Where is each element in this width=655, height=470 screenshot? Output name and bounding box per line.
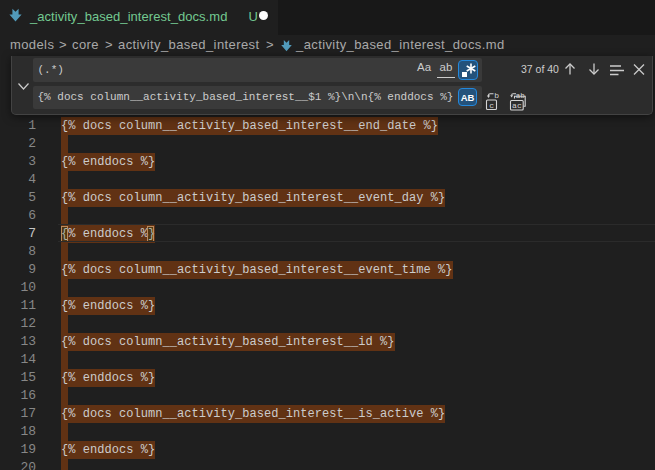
svg-text:c: c — [489, 101, 494, 110]
svg-text:ac: ac — [512, 101, 522, 110]
svg-text:b: b — [494, 91, 499, 100]
svg-text:ab: ab — [516, 92, 525, 100]
